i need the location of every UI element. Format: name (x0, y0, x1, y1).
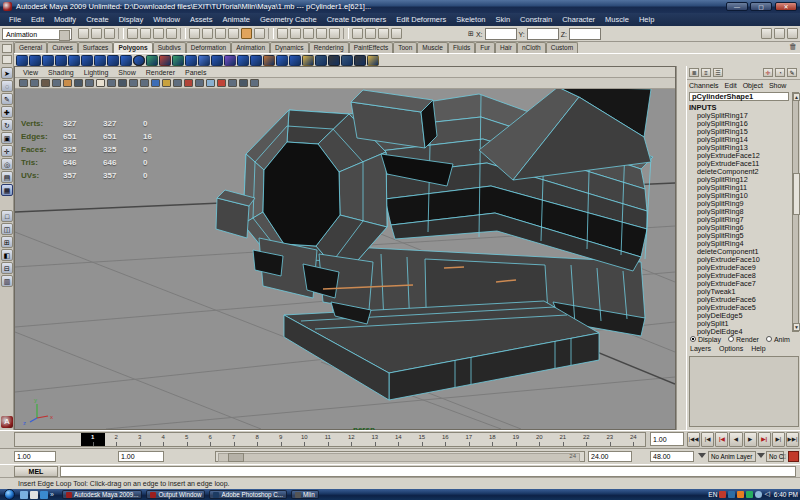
frame-4[interactable]: 4 (152, 433, 176, 446)
mel-toggle-button[interactable]: MEL (14, 466, 58, 477)
show-hide-icon-0[interactable] (761, 28, 772, 39)
layer-list-empty[interactable] (689, 356, 799, 427)
status-icon-20[interactable] (378, 28, 389, 39)
status-icon-18[interactable] (352, 28, 363, 39)
rotate-tool[interactable]: ↻ (1, 119, 13, 131)
shelf-icon-27[interactable] (367, 55, 379, 66)
shelf-icon-24[interactable] (328, 55, 340, 66)
next-key-button[interactable]: ▶| (758, 432, 771, 447)
shelf-tab-dynamics[interactable]: Dynamics (270, 42, 309, 53)
frame-23[interactable]: 23 (598, 433, 622, 446)
status-icon-2[interactable] (104, 28, 115, 39)
frame-21[interactable]: 21 (551, 433, 575, 446)
select-tool[interactable]: ➤ (1, 67, 13, 79)
universal-manipulator-tool[interactable]: ✛ (1, 145, 13, 157)
status-icon-8[interactable] (202, 28, 213, 39)
coord-mode-icon[interactable]: ⊞ (468, 30, 474, 38)
volume-icon[interactable]: ◁ (764, 490, 769, 498)
shelf-icon-26[interactable] (354, 55, 366, 66)
shelf-icon-6[interactable] (94, 55, 106, 66)
shelf-icon-13[interactable] (185, 55, 197, 66)
tray-icon-2[interactable] (737, 491, 744, 498)
shelf-icon-8[interactable] (120, 55, 132, 66)
viewport-menu-shading[interactable]: Shading (48, 69, 74, 76)
frame-9[interactable]: 9 (269, 433, 293, 446)
viewport-menu-view[interactable]: View (23, 69, 38, 76)
shelf-icon-5[interactable] (81, 55, 93, 66)
radio-display[interactable]: Display (690, 336, 721, 343)
shelf-tab-toon[interactable]: Toon (393, 42, 417, 53)
language-indicator[interactable]: EN (708, 491, 717, 498)
go-to-end-button[interactable]: ▶▶| (786, 432, 799, 447)
play-backwards-button[interactable]: ◀ (729, 432, 742, 447)
shelf-tab-curves[interactable]: Curves (47, 42, 78, 53)
auto-keyframe-toggle[interactable] (788, 451, 799, 462)
radio-anim[interactable]: Anim (766, 336, 790, 343)
shelf-tab-deformation[interactable]: Deformation (186, 42, 231, 53)
z-input[interactable] (569, 28, 601, 40)
status-icon-14[interactable] (290, 28, 301, 39)
set-key-icon[interactable]: ⚿ (781, 453, 786, 461)
tray-icon-1[interactable] (728, 491, 735, 498)
shelf-tab-fluids[interactable]: Fluids (448, 42, 475, 53)
step-forward-frame-button[interactable]: ▶| (772, 432, 785, 447)
channel-layout-icon-1[interactable]: ≣ (689, 68, 699, 77)
viewport-3d-canvas[interactable]: y x z Verts:3273270Edges:65165116Faces:3… (15, 89, 675, 429)
status-icon-15[interactable] (303, 28, 314, 39)
menu-help[interactable]: Help (634, 13, 659, 26)
speed-dial-icon[interactable]: ◔ (775, 68, 785, 77)
shelf-tab-custom[interactable]: Custom (546, 42, 578, 53)
frame-11[interactable]: 11 (316, 433, 340, 446)
minimize-button[interactable]: — (726, 2, 748, 11)
status-icon-19[interactable] (365, 28, 376, 39)
channel-menu-object[interactable]: Object (743, 82, 763, 89)
shelf-tab-painteffects[interactable]: PaintEffects (349, 42, 394, 53)
playback-end-field[interactable]: 24.00 (588, 451, 632, 462)
frame-7[interactable]: 7 (222, 433, 246, 446)
shelf-icon-11[interactable] (159, 55, 171, 66)
scroll-up-icon[interactable]: ▲ (793, 93, 800, 101)
time-slider-track[interactable]: 123456789101112131415161718192021222324 (14, 432, 646, 447)
shelf-tab-fur[interactable]: Fur (475, 42, 495, 53)
channel-scrollbar[interactable]: ▲ ▼ (792, 92, 799, 332)
paint-select-tool[interactable]: ✎ (1, 93, 13, 105)
quicklaunch-icon-2[interactable] (40, 491, 48, 499)
shelf-icon-12[interactable] (172, 55, 184, 66)
polygon-model[interactable] (216, 89, 653, 400)
menu-geometry-cache[interactable]: Geometry Cache (255, 13, 322, 26)
viewport-icon-10[interactable] (129, 79, 138, 87)
frame-17[interactable]: 17 (457, 433, 481, 446)
menu-create-deformers[interactable]: Create Deformers (322, 13, 392, 26)
menu-modify[interactable]: Modify (49, 13, 81, 26)
status-icon-3[interactable] (127, 28, 138, 39)
task-button-output-window[interactable]: Output Window (146, 490, 205, 499)
menu-set-dropdown[interactable]: Animation (2, 28, 72, 40)
channel-menu-channels[interactable]: Channels (689, 82, 719, 89)
layer-menu-options[interactable]: Options (719, 345, 743, 352)
viewport-menu-panels[interactable]: Panels (185, 69, 206, 76)
channel-layout-icon-2[interactable]: ≡ (701, 68, 711, 77)
frame-ticks[interactable]: 123456789101112131415161718192021222324 (81, 433, 645, 446)
scrollbar-thumb[interactable] (793, 173, 800, 215)
menu-skeleton[interactable]: Skeleton (451, 13, 490, 26)
status-icon-9[interactable] (215, 28, 226, 39)
shelf-icon-0[interactable] (16, 55, 28, 66)
viewport-icon-0[interactable] (19, 79, 28, 87)
frame-14[interactable]: 14 (387, 433, 411, 446)
viewport-icon-21[interactable] (250, 79, 259, 87)
shelf-tab-subdivs[interactable]: Subdivs (153, 42, 186, 53)
menu-create[interactable]: Create (81, 13, 114, 26)
frame-1[interactable]: 1 (81, 433, 105, 446)
viewport-icon-1[interactable] (30, 79, 39, 87)
status-icon-17[interactable] (329, 28, 340, 39)
prev-key-button[interactable]: |◀ (715, 432, 728, 447)
viewport-icon-3[interactable] (52, 79, 61, 87)
status-icon-6[interactable] (166, 28, 177, 39)
shelf-icon-18[interactable] (250, 55, 262, 66)
shelf-icon-2[interactable] (42, 55, 54, 66)
show-hide-icon-2[interactable] (787, 28, 798, 39)
status-icon-7[interactable] (189, 28, 200, 39)
frame-22[interactable]: 22 (575, 433, 599, 446)
viewport-icon-8[interactable] (107, 79, 116, 87)
frame-13[interactable]: 13 (363, 433, 387, 446)
